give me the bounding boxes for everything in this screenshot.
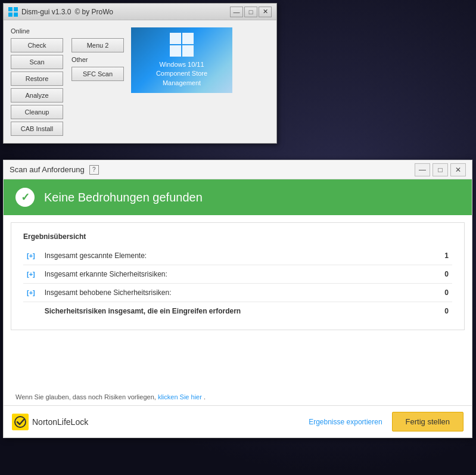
- success-message: Keine Bedrohungen gefunden: [44, 191, 203, 204]
- dism-titlebar: Dism-gui v1.3.0 © by ProWo — □ ✕: [4, 4, 276, 20]
- table-row: [+] Insgesamt gescannte Elemente: 1: [23, 247, 452, 265]
- dism-content: Online Check Scan Restore Analyze Cleanu…: [4, 20, 276, 143]
- norton-titlebar: Scan auf Anforderung ? — □ ✕: [4, 160, 472, 179]
- results-header: Ergebnisübersicht: [23, 232, 452, 241]
- svg-rect-2: [8, 13, 13, 17]
- expand-icon-1[interactable]: [+]: [27, 252, 35, 259]
- table-row: [+] Insgesamt behobene Sicherheitsrisike…: [23, 284, 452, 302]
- row-label-1: Insgesamt gescannte Elemente:: [41, 247, 434, 265]
- norton-logo: NortonLifeLock: [12, 414, 88, 430]
- dism-middle-col: Menu 2 Other SFC Scan: [71, 27, 124, 136]
- expand-icon-3[interactable]: [+]: [27, 289, 35, 296]
- cab-install-button[interactable]: CAB Install: [11, 122, 63, 136]
- fertig-stellen-button[interactable]: Fertig stellen: [392, 412, 463, 431]
- win-square-bl: [170, 45, 181, 57]
- norton-logo-icon: [12, 414, 29, 430]
- online-label: Online: [11, 27, 64, 35]
- windows-banner: Windows 10/11Component StoreManagement: [131, 27, 232, 93]
- restore-button[interactable]: Restore: [11, 72, 63, 86]
- norton-bold-text: Norton: [32, 417, 57, 427]
- svg-rect-0: [8, 7, 13, 11]
- norton-bottom-bar: NortonLifeLock Ergebnisse exportieren Fe…: [4, 405, 472, 437]
- win-square-tl: [170, 33, 181, 44]
- other-label: Other: [71, 56, 124, 63]
- checkmark-icon: ✓: [15, 188, 35, 207]
- dism-window: Dism-gui v1.3.0 © by ProWo — □ ✕ Online …: [3, 3, 277, 144]
- dism-app-icon: [8, 7, 18, 17]
- sfc-scan-button[interactable]: SFC Scan: [71, 67, 124, 81]
- norton-close-button[interactable]: ✕: [450, 163, 466, 176]
- results-table: [+] Insgesamt gescannte Elemente: 1 [+] …: [23, 247, 452, 320]
- footer-link[interactable]: klicken Sie hier: [158, 393, 202, 401]
- help-icon[interactable]: ?: [89, 165, 99, 175]
- norton-minimize-button[interactable]: —: [415, 163, 430, 176]
- norton-title: Scan auf Anforderung: [10, 165, 85, 174]
- results-section: Ergebnisübersicht [+] Insgesamt gescannt…: [11, 222, 465, 330]
- table-row: Sicherheitsrisiken insgesamt, die ein Ei…: [23, 302, 452, 321]
- dism-image-text: Windows 10/11Component StoreManagement: [156, 60, 207, 88]
- footer-text-after: .: [204, 393, 206, 401]
- scan-button[interactable]: Scan: [11, 55, 63, 69]
- row-label-2: Insgesamt erkannte Sicherheitsrisiken:: [41, 265, 434, 284]
- norton-title-area: Scan auf Anforderung ?: [10, 165, 99, 175]
- row-label-3: Insgesamt behobene Sicherheitsrisiken:: [41, 284, 434, 302]
- norton-window: Scan auf Anforderung ? — □ ✕ ✓ Keine Bed…: [3, 160, 472, 438]
- norton-logo-text: NortonLifeLock: [32, 417, 88, 427]
- win-square-br: [182, 45, 194, 57]
- check-button[interactable]: Check: [11, 38, 63, 52]
- export-link[interactable]: Ergebnisse exportieren: [309, 418, 382, 426]
- cleanup-button[interactable]: Cleanup: [11, 105, 63, 119]
- windows-logo: [170, 33, 194, 57]
- svg-rect-1: [14, 7, 18, 11]
- table-row: [+] Insgesamt erkannte Sicherheitsrisike…: [23, 265, 452, 284]
- row-value-1: 1: [434, 247, 452, 265]
- dism-titlebar-left: Dism-gui v1.3.0 © by ProWo: [8, 7, 113, 17]
- empty-results-area: [4, 335, 472, 389]
- norton-bottom-right: Ergebnisse exportieren Fertig stellen: [309, 412, 463, 431]
- row-value-3: 0: [434, 284, 452, 302]
- dism-subtitle: © by ProWo: [74, 8, 113, 16]
- dism-titlebar-controls: — □ ✕: [230, 7, 272, 17]
- win-square-tr: [182, 33, 194, 44]
- norton-maximize-button[interactable]: □: [433, 163, 448, 176]
- dism-maximize-button[interactable]: □: [244, 7, 257, 17]
- expand-icon-2[interactable]: [+]: [27, 271, 35, 278]
- analyze-button[interactable]: Analyze: [11, 88, 63, 103]
- dism-close-button[interactable]: ✕: [259, 7, 272, 17]
- svg-rect-3: [14, 13, 18, 17]
- footer-text-before: Wenn Sie glauben, dass noch Risiken vorl…: [15, 393, 156, 401]
- success-banner: ✓ Keine Bedrohungen gefunden: [4, 179, 472, 215]
- row-value-4: 0: [434, 302, 452, 321]
- row-value-2: 0: [434, 265, 452, 284]
- norton-light-text: LifeLock: [57, 417, 88, 427]
- row-label-4: Sicherheitsrisiken insgesamt, die ein Ei…: [41, 302, 434, 321]
- norton-titlebar-controls: — □ ✕: [415, 163, 466, 176]
- dism-online-col: Online Check Scan Restore Analyze Cleanu…: [11, 27, 64, 136]
- dism-minimize-button[interactable]: —: [230, 7, 243, 17]
- norton-checkmark-logo: [12, 414, 29, 430]
- dism-title: Dism-gui v1.3.0: [21, 8, 71, 16]
- norton-footer-text: Wenn Sie glauben, dass noch Risiken vorl…: [4, 389, 472, 405]
- menu2-button[interactable]: Menu 2: [71, 38, 124, 52]
